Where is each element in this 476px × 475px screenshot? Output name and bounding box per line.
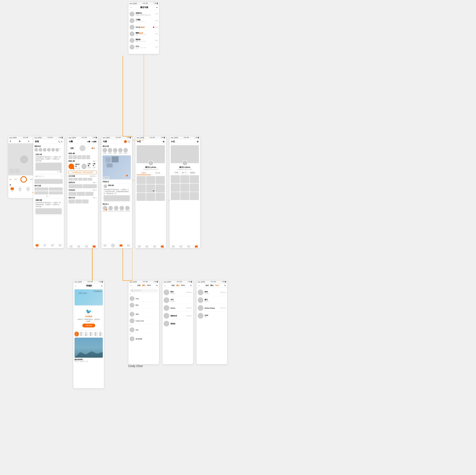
ftag-1[interactable]	[68, 178, 73, 181]
photo-7[interactable]	[137, 193, 146, 201]
friend-cats[interactable]: 各名的猫	[130, 336, 158, 342]
photo-4[interactable]	[137, 184, 146, 193]
pg2-2[interactable]	[180, 175, 189, 183]
nearby-more[interactable]: 更多 >	[93, 197, 97, 199]
settings-gear[interactable]: ⚙	[163, 141, 165, 143]
mark-xiayue[interactable]: 夏月 loverest	[198, 296, 226, 304]
mark-gem[interactable]: GEM AHH	[198, 312, 226, 319]
tab-discover[interactable]: 发现	[11, 187, 14, 192]
annual-2[interactable]	[77, 192, 85, 196]
theme-4[interactable]	[49, 191, 63, 195]
cat-sports[interactable]: 运动	[94, 332, 98, 336]
annual-more[interactable]: 更多 >	[93, 189, 97, 191]
friend-didi[interactable]: Didi	[130, 327, 158, 333]
theme-1[interactable]	[34, 187, 48, 191]
expert-4[interactable]: 失联の猫	[119, 206, 124, 212]
gear-icon[interactable]: ⚙	[197, 141, 199, 143]
pg2-9[interactable]	[190, 192, 199, 200]
mtab4[interactable]	[127, 245, 130, 246]
friend-dongdong[interactable]: 冬冬	[130, 311, 158, 318]
pg2-4[interactable]	[171, 184, 180, 192]
nearby-1[interactable]	[68, 199, 75, 203]
friends-search[interactable]: 🔍 输入好友名	[130, 289, 158, 292]
expert-5[interactable]: 失联の猫	[125, 206, 130, 212]
book-icon[interactable]: ≡	[28, 140, 29, 142]
explore-tag-5[interactable]	[86, 155, 90, 159]
photo-3[interactable]	[156, 176, 165, 184]
avatar-3[interactable]	[43, 148, 47, 152]
friend-amy[interactable]: Amy	[130, 295, 158, 302]
pg2-8[interactable]	[180, 192, 189, 200]
cat-talk[interactable]: 讲座	[89, 332, 93, 336]
tab-private[interactable]: 隐私藏	[151, 171, 165, 175]
nearby-3[interactable]	[82, 199, 88, 203]
explore-tag-1[interactable]	[68, 155, 72, 159]
irtab1[interactable]	[138, 246, 141, 247]
signup-button[interactable]: 立即名册	[82, 324, 95, 328]
close-icon[interactable]: ×	[10, 140, 11, 142]
recent-user-6[interactable]: Amy 百度一下一下一下一 昨天	[130, 44, 158, 50]
unlock-more[interactable]: 更多 >	[93, 160, 97, 162]
friend-cindy[interactable]: Cindy Chen	[130, 318, 158, 324]
tab-passed[interactable]: 擦过	[142, 284, 145, 287]
tab2[interactable]	[77, 246, 80, 247]
add-friends2-icon[interactable]: +	[190, 284, 191, 287]
mark-lingling[interactable]: 玲玲 loverest 昨天10:13	[198, 289, 226, 296]
pg2-6[interactable]	[190, 184, 199, 192]
in-circle-tab[interactable]: in圈	[87, 141, 90, 143]
tab-published[interactable]: 已发布	[137, 171, 151, 175]
add-recent-icon[interactable]: +	[156, 6, 157, 9]
match-person-5[interactable]: 搭檔名	[123, 148, 128, 154]
tab-mark[interactable]: Mark	[147, 284, 151, 287]
pg2-7[interactable]	[171, 192, 180, 200]
f3-tab-mark[interactable]: Mark	[215, 284, 219, 287]
recent-user-2[interactable]: 小雪狐 你一下一下一下一 昨天	[130, 18, 158, 24]
city-menu-icon[interactable]: ≡	[101, 285, 102, 287]
cat-all[interactable]: 全部	[74, 332, 79, 336]
ir2tab2[interactable]	[180, 246, 182, 247]
mtab1[interactable]	[103, 245, 106, 246]
theme-2[interactable]	[49, 187, 63, 191]
explore-tag-2[interactable]	[73, 155, 77, 159]
back-friends3-icon[interactable]: ←	[198, 284, 200, 287]
see-more-themes[interactable]: 统一 ○	[34, 195, 63, 197]
mark-selina-h[interactable]: Selina Huang 昨天10:13	[198, 304, 226, 312]
match-person-4[interactable]: 搭檔名	[118, 148, 123, 154]
friend-ada[interactable]: 阿大	[130, 302, 158, 309]
ftag-4[interactable]	[83, 178, 87, 181]
photo-8[interactable]	[146, 193, 155, 201]
irtab2[interactable]	[145, 246, 148, 247]
ftag-2[interactable]	[73, 178, 78, 181]
brand-1[interactable]	[68, 184, 83, 188]
match-person-3[interactable]: 搭檔名	[113, 148, 117, 154]
mtab-camera[interactable]	[111, 244, 115, 247]
nearby-tab[interactable]: 附近	[15, 179, 17, 180]
search-icon[interactable]: 🔍	[58, 141, 60, 143]
settings-icon[interactable]: ⚙	[9, 184, 11, 186]
in-score-tab[interactable]: in成绩	[92, 141, 96, 143]
back-icon[interactable]: ←	[130, 6, 132, 9]
back-friends2-icon[interactable]: ←	[164, 284, 166, 287]
pg2-1[interactable]	[171, 175, 180, 183]
tab-camera[interactable]: 相机	[18, 187, 22, 192]
avatar-2[interactable]	[39, 148, 42, 152]
passed-moon[interactable]: 月月 Loverest	[164, 296, 192, 304]
photo-5[interactable]: 📷	[146, 184, 155, 193]
f3-tab-friends[interactable]: 好友	[205, 284, 209, 287]
push-btn[interactable]: 推一下	[181, 171, 188, 174]
explore-tag-3[interactable]	[77, 155, 81, 159]
recent-user-5[interactable]: 跟踪虎 百度一下一下一下一 昨天	[130, 37, 158, 44]
explore-tag-4[interactable]	[82, 155, 86, 159]
irtab4[interactable]	[161, 246, 164, 247]
tab-friends[interactable]: 好友	[137, 284, 141, 287]
back-city-icon[interactable]: ←	[75, 285, 77, 287]
capture-button[interactable]	[20, 176, 27, 183]
f2-tab-friends[interactable]: 好友	[171, 284, 175, 287]
f2-tab-mark[interactable]: Mark	[181, 284, 185, 287]
tab4[interactable]	[93, 246, 96, 247]
recent-user-3[interactable]: Shelly 回复 昨天	[130, 24, 158, 31]
expert-1[interactable]: 失联の猫	[102, 206, 107, 212]
avatar-5[interactable]	[51, 148, 55, 152]
camera-icon[interactable]: ⊙	[19, 140, 20, 142]
avatar-1[interactable]	[34, 148, 38, 152]
